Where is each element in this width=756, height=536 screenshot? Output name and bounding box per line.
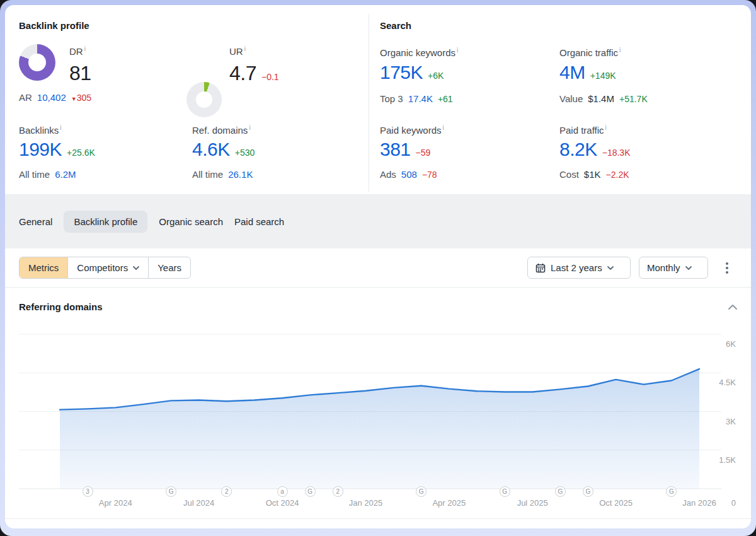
chart-title: Referring domains — [19, 301, 103, 312]
x-axis-label: Jan 2025 — [349, 498, 383, 508]
info-icon[interactable]: i — [249, 124, 250, 131]
metrics-button[interactable]: Metrics — [20, 257, 67, 278]
tab-general[interactable]: General — [19, 211, 52, 233]
ref-domains-value[interactable]: 4.6K — [192, 139, 230, 160]
dr-donut-hole — [28, 54, 46, 71]
google-update-marker[interactable]: 3 — [83, 486, 93, 497]
x-axis-label: Jul 2024 — [183, 498, 214, 508]
tab-band: General Backlink profile Organic search … — [5, 194, 751, 248]
google-update-marker[interactable]: G — [583, 486, 593, 497]
chevron-down-icon — [133, 266, 139, 270]
ur-value: 4.7 — [229, 62, 256, 85]
cost-value: $1K — [584, 169, 601, 180]
ref-domains-change: +530 — [235, 148, 255, 158]
y-axis-label: 3K — [726, 417, 736, 426]
search-section-title: Search — [380, 20, 411, 31]
top3-value[interactable]: 17.4K — [408, 93, 433, 104]
cost-change: −2.2K — [606, 170, 629, 180]
overview-card: Backlink profile Search DRi 81 AR 10,402… — [5, 5, 751, 528]
y-axis-label: 1.5K — [719, 455, 736, 465]
organic-traffic-value[interactable]: 4M — [559, 62, 585, 83]
y-axis-label: 6K — [726, 339, 736, 349]
ar-change: ▼305 — [71, 93, 91, 103]
ar-label: AR — [19, 92, 32, 103]
granularity-button[interactable]: Monthly — [639, 257, 708, 279]
section-bottom-divider — [5, 518, 751, 519]
date-range-button[interactable]: Last 2 years — [527, 257, 631, 279]
panel-divider — [369, 14, 369, 192]
info-icon[interactable]: i — [443, 124, 444, 131]
years-button[interactable]: Years — [148, 257, 190, 278]
info-icon[interactable]: i — [457, 47, 458, 54]
x-axis-label: Jan 2026 — [682, 498, 716, 508]
google-update-marker[interactable]: 2 — [333, 486, 343, 497]
dr-donut — [19, 44, 55, 81]
dr-label: DRi — [69, 45, 86, 57]
google-update-marker[interactable]: G — [666, 486, 677, 497]
organic-traffic-label: Organic traffici — [559, 47, 621, 58]
ads-change: −78 — [422, 170, 437, 180]
more-options-button[interactable] — [724, 261, 730, 275]
backlinks-alltime-value[interactable]: 6.2M — [55, 169, 76, 180]
chart-canvas — [5, 320, 751, 523]
info-icon[interactable]: i — [84, 45, 86, 52]
google-update-marker[interactable]: G — [166, 486, 176, 497]
google-update-marker[interactable]: a — [277, 486, 288, 497]
tab-paid-search[interactable]: Paid search — [234, 211, 284, 233]
backlinks-label: Backlinksi — [19, 124, 62, 136]
x-axis-label: Oct 2025 — [599, 498, 633, 508]
organic-keywords-label: Organic keywordsi — [380, 47, 458, 58]
calendar-icon — [536, 263, 546, 273]
ads-value[interactable]: 508 — [401, 169, 417, 180]
ads-label: Ads — [380, 169, 396, 180]
tab-organic-search[interactable]: Organic search — [159, 211, 223, 233]
paid-keywords-value[interactable]: 381 — [380, 139, 411, 160]
chevron-up-icon[interactable] — [727, 303, 738, 312]
organic-keywords-change: +6K — [428, 71, 444, 81]
ur-label: URi — [229, 45, 246, 57]
referring-domains-chart[interactable]: 6K4.5K3K1.5K0 Apr 2024Jul 2024Oct 2024Ja… — [5, 320, 751, 523]
toolbar-divider — [5, 287, 751, 288]
google-update-marker[interactable]: 2 — [221, 486, 232, 497]
ar-value[interactable]: 10,402 — [37, 92, 66, 103]
chevron-down-icon — [607, 266, 614, 270]
paid-traffic-label: Paid traffici — [559, 124, 607, 136]
competitors-button[interactable]: Competitors — [67, 257, 148, 278]
organic-traffic-change: +149K — [590, 71, 616, 81]
top3-change: +61 — [438, 94, 453, 104]
ur-donut-hole — [196, 91, 212, 108]
paid-traffic-change: −18.3K — [602, 148, 631, 158]
ur-change: −0.1 — [261, 72, 279, 82]
x-axis-label: Apr 2025 — [432, 498, 466, 508]
google-update-marker[interactable]: G — [305, 486, 316, 497]
paid-keywords-change: −59 — [416, 148, 431, 158]
google-update-marker[interactable]: G — [555, 486, 566, 497]
ref-domains-label: Ref. domainsi — [192, 124, 251, 136]
ref-domains-alltime-label: All time — [192, 169, 223, 180]
report-tabs: General Backlink profile Organic search … — [19, 211, 284, 233]
down-arrow-icon: ▼ — [71, 96, 77, 102]
backlink-profile-section-title: Backlink profile — [19, 20, 89, 31]
google-update-marker[interactable]: G — [500, 486, 510, 497]
top3-label: Top 3 — [380, 93, 403, 104]
ref-domains-alltime-value[interactable]: 26.1K — [228, 169, 253, 180]
dr-value: 81 — [69, 62, 91, 85]
traffic-value-amount: $1.4M — [588, 93, 614, 104]
chevron-down-icon — [685, 266, 692, 270]
traffic-value-label: Value — [559, 93, 583, 104]
chart-toolbar: Metrics Competitors Years Last 2 ye — [5, 257, 751, 279]
backlinks-change: +25.6K — [67, 148, 95, 158]
info-icon[interactable]: i — [619, 47, 621, 54]
paid-keywords-label: Paid keywordsi — [380, 124, 444, 136]
info-icon[interactable]: i — [244, 45, 246, 52]
paid-traffic-value[interactable]: 8.2K — [559, 139, 597, 160]
x-axis-label: Oct 2024 — [266, 498, 299, 508]
traffic-value-change: +51.7K — [619, 94, 648, 104]
backlinks-value[interactable]: 199K — [19, 139, 62, 160]
tab-backlink-profile[interactable]: Backlink profile — [64, 211, 147, 233]
organic-keywords-value[interactable]: 175K — [380, 62, 423, 83]
info-icon[interactable]: i — [605, 124, 607, 131]
x-axis-label: Apr 2024 — [99, 498, 132, 508]
google-update-marker[interactable]: G — [416, 486, 427, 497]
info-icon[interactable]: i — [60, 124, 61, 131]
